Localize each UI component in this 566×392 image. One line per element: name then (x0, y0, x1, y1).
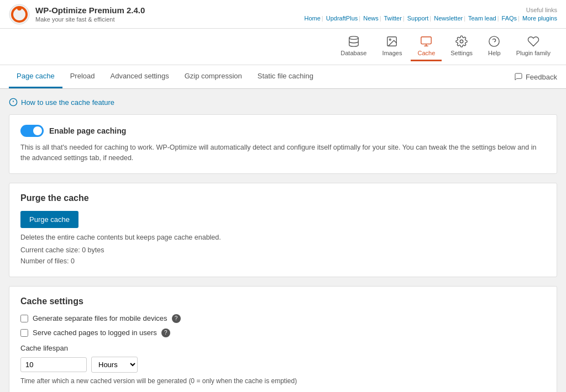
purge-cache-card: Purge the cache Purge cache Deletes the … (9, 183, 557, 277)
logo-icon (9, 4, 30, 25)
lifespan-hint: Time after which a new cached version wi… (20, 377, 546, 385)
svg-point-5 (390, 39, 391, 40)
nav-database-label: Database (340, 50, 366, 56)
logged-in-label: Serve cached pages to logged in users (33, 329, 157, 337)
logged-in-checkbox[interactable] (20, 329, 28, 337)
cache-settings-card: Cache settings Generate separate files f… (9, 286, 557, 393)
useful-link-updraftplus[interactable]: UpdraftPlus (326, 15, 358, 22)
enable-caching-toggle[interactable] (20, 125, 44, 137)
useful-link-twitter[interactable]: Twitter (384, 15, 401, 22)
useful-link-home[interactable]: Home (305, 15, 321, 22)
svg-point-10 (489, 36, 499, 46)
useful-links-label: Useful links (526, 7, 557, 13)
logged-in-row: Serve cached pages to logged in users ? (20, 329, 546, 337)
info-icon (9, 98, 18, 107)
useful-link-faqs[interactable]: FAQs (502, 15, 517, 22)
nav-help-label: Help (488, 50, 501, 56)
database-icon (348, 35, 360, 47)
enable-caching-description: This is all that's needed for caching to… (20, 142, 546, 163)
lifespan-unit-select[interactable]: Hours Minutes Days (91, 357, 138, 373)
logged-in-help-icon[interactable]: ? (161, 329, 170, 337)
purge-section-title: Purge the cache (20, 193, 546, 203)
lifespan-row: Hours Minutes Days (20, 357, 546, 373)
nav-images[interactable]: Images (375, 32, 408, 61)
top-bar: WP-Optimize Premium 2.4.0 Make your site… (0, 0, 566, 29)
useful-link-news[interactable]: News (363, 15, 379, 22)
help-icon (488, 35, 500, 47)
nav-settings-label: Settings (450, 50, 473, 56)
feedback-label: Feedback (526, 73, 557, 81)
logo-subtitle: Make your site fast & efficient (35, 15, 145, 23)
images-icon (386, 35, 398, 47)
tab-page-cache[interactable]: Page cache (9, 65, 62, 88)
nav-icons-bar: Database Images Cache Settings Help (0, 29, 566, 65)
mobile-files-checkbox[interactable] (20, 315, 28, 322)
svg-point-3 (349, 36, 359, 40)
useful-link-more-plugins[interactable]: More plugins (522, 15, 557, 22)
logo-text: WP-Optimize Premium 2.4.0 Make your site… (35, 5, 145, 24)
feedback-button[interactable]: Feedback (514, 67, 557, 87)
feedback-icon (514, 72, 523, 81)
nav-settings[interactable]: Settings (444, 32, 479, 61)
cache-lifespan-label: Cache lifespan (20, 344, 546, 352)
tab-static-file-caching[interactable]: Static file caching (250, 65, 321, 88)
mobile-files-help-icon[interactable]: ? (172, 314, 181, 323)
cache-icon (420, 35, 432, 47)
purge-cache-stats: Current cache size: 0 bytes Number of fi… (20, 245, 546, 267)
svg-rect-6 (421, 37, 431, 44)
useful-links-list: Home| UpdraftPlus| News| Twitter| Suppor… (305, 15, 557, 22)
useful-link-support[interactable]: Support (407, 15, 429, 22)
nav-plugin-family-label: Plugin family (516, 50, 551, 56)
svg-point-2 (17, 6, 22, 10)
tab-gzip-compression[interactable]: Gzip compression (177, 65, 250, 88)
svg-point-9 (460, 40, 463, 43)
enable-caching-toggle-row: Enable page caching (20, 125, 546, 137)
help-cache-link[interactable]: How to use the cache feature (9, 98, 557, 107)
nav-plugin-family[interactable]: Plugin family (510, 32, 557, 61)
enable-caching-label: Enable page caching (49, 126, 126, 135)
logo-area: WP-Optimize Premium 2.4.0 Make your site… (9, 4, 145, 25)
nav-images-label: Images (382, 50, 402, 56)
purge-cache-description: Deletes the entire cache contents but ke… (20, 234, 546, 241)
tabs-bar: Page cache Preload Advanced settings Gzi… (0, 65, 566, 89)
mobile-files-row: Generate separate files for mobile devic… (20, 314, 546, 323)
nav-help[interactable]: Help (481, 32, 507, 61)
tab-preload[interactable]: Preload (62, 65, 103, 88)
logo-title: WP-Optimize Premium 2.4.0 (35, 5, 145, 16)
settings-icon (455, 35, 468, 47)
mobile-files-label: Generate separate files for mobile devic… (33, 314, 167, 322)
num-files-label: Number of files: 0 (20, 256, 546, 267)
useful-link-newsletter[interactable]: Newsletter (434, 15, 463, 22)
main-content: How to use the cache feature Enable page… (0, 89, 566, 392)
toggle-slider (20, 125, 44, 137)
purge-cache-button[interactable]: Purge cache (20, 211, 78, 228)
lifespan-section: Cache lifespan Hours Minutes Days Time a… (20, 344, 546, 385)
cache-size-label: Current cache size: 0 bytes (20, 245, 546, 256)
help-cache-link-text: How to use the cache feature (21, 98, 114, 107)
plugin-family-icon (527, 35, 539, 47)
enable-caching-card: Enable page caching This is all that's n… (9, 114, 557, 174)
useful-links-area: Useful links Home| UpdraftPlus| News| Tw… (305, 7, 557, 22)
cache-settings-title: Cache settings (20, 296, 546, 306)
nav-cache-label: Cache (417, 50, 435, 56)
nav-cache[interactable]: Cache (411, 32, 442, 61)
nav-database[interactable]: Database (334, 32, 373, 61)
lifespan-input[interactable] (20, 357, 87, 372)
tab-advanced-settings[interactable]: Advanced settings (102, 65, 176, 88)
useful-link-team-lead[interactable]: Team lead (468, 15, 496, 22)
